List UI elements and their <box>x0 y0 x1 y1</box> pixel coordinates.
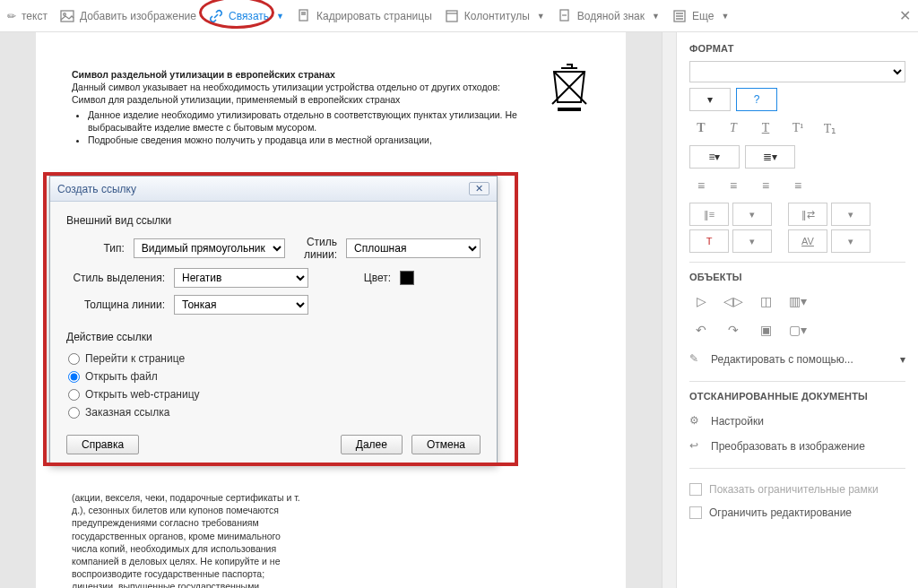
doc-bullet2: Подробные сведения можно получить у прод… <box>88 134 590 146</box>
bring-front-icon[interactable]: ▣ <box>754 318 777 342</box>
align-right-icon[interactable]: ≡ <box>754 174 777 197</box>
crop-object-icon[interactable]: ◫ <box>754 290 777 313</box>
link-button[interactable]: Связать▼ <box>209 9 284 23</box>
scanned-heading: ОТСКАНИРОВАННЫЕ ДОКУМЕНТЫ <box>689 391 905 402</box>
to-image-button[interactable]: ↩ Преобразовать в изображение <box>689 434 905 459</box>
italic-icon[interactable]: T <box>722 117 745 140</box>
type-label: Тип: <box>66 242 125 255</box>
subscript-icon[interactable]: T₁ <box>818 117 842 140</box>
help-box[interactable]: ? <box>736 88 777 111</box>
crop-label: Кадрировать страницы <box>316 10 432 22</box>
linestyle-label: Стиль линии: <box>294 236 337 261</box>
format-heading: ФОРМАТ <box>689 43 905 54</box>
edit-with-label: Редактировать с помощью... <box>711 353 853 366</box>
radio-open-web[interactable]: Открыть web-страницу <box>66 388 481 401</box>
bullet-list-button[interactable]: ≡▾ <box>689 145 740 169</box>
color-picker[interactable] <box>400 271 414 285</box>
svg-rect-6 <box>558 108 581 111</box>
add-image-button[interactable]: Добавить изображение <box>60 9 196 23</box>
doc-bullet1: Данное изделие необходимо утилизировать … <box>88 108 590 134</box>
to-image-label: Преобразовать в изображение <box>711 440 865 453</box>
revert-icon: ↩ <box>689 439 704 454</box>
checkbox-icon <box>689 506 702 519</box>
create-link-dialog: Создать ссылку ✕ Внешний вид ссылки Тип:… <box>49 176 498 466</box>
indent-value[interactable]: ▾ <box>831 203 870 226</box>
kerning-button[interactable]: AV <box>788 229 827 253</box>
dialog-titlebar[interactable]: Создать ссылку ✕ <box>50 177 497 202</box>
svg-rect-2 <box>299 10 307 21</box>
kerning-value[interactable]: ▾ <box>831 229 870 253</box>
watermark-button[interactable]: Водяной знак▼ <box>558 9 660 23</box>
recycle-bin-icon <box>549 63 590 113</box>
top-toolbar: ✏текст Добавить изображение Связать▼ Кад… <box>0 0 918 32</box>
rotate-right-icon[interactable]: ↷ <box>722 318 745 342</box>
superscript-icon[interactable]: T¹ <box>786 117 810 140</box>
doc-lower-text: (акции, векселя, чеки, подарочные сертиф… <box>72 491 305 588</box>
more-icon <box>672 9 687 23</box>
align-justify-icon[interactable]: ≡ <box>786 174 810 197</box>
align-left-icon[interactable]: ≡ <box>689 174 713 197</box>
more-button[interactable]: Еще▼ <box>672 9 729 23</box>
linestyle-select[interactable]: Сплошная <box>346 238 481 258</box>
crop-icon <box>297 9 311 23</box>
limit-edit-checkbox[interactable]: Ограничить редактирование <box>689 501 905 524</box>
doc-line2: Символ для раздельной утилизации, примен… <box>72 94 400 105</box>
thickness-select[interactable]: Тонкая <box>174 295 308 315</box>
indent-button[interactable]: ‖⇄ <box>788 203 827 226</box>
rotate-left-icon[interactable]: ↶ <box>689 318 713 342</box>
highlight-select[interactable]: Негатив <box>174 268 308 288</box>
add-image-label: Добавить изображение <box>80 10 196 22</box>
font-family-select[interactable] <box>689 61 905 82</box>
svg-rect-3 <box>446 11 457 22</box>
arrange-icon[interactable]: ▥▾ <box>786 290 810 313</box>
text-tool-label: текст <box>22 10 48 22</box>
align-center-icon[interactable]: ≡ <box>722 174 745 197</box>
line-spacing-button[interactable]: ‖≡ <box>689 203 729 226</box>
dialog-close-button[interactable]: ✕ <box>469 182 489 195</box>
radio-open-file[interactable]: Открыть файл <box>66 370 481 383</box>
color-label: Цвет: <box>317 272 391 284</box>
line-spacing-value[interactable]: ▾ <box>732 203 772 226</box>
next-button[interactable]: Далее <box>341 435 403 454</box>
thickness-label: Толщина линии: <box>66 298 165 311</box>
cursor-icon[interactable]: ▷ <box>689 290 713 313</box>
type-select[interactable]: Видимый прямоугольник <box>134 238 285 258</box>
appearance-section-title: Внешний вид ссылки <box>66 214 481 227</box>
radio-goto-label: Перейти к странице <box>85 352 185 365</box>
settings-label: Настройки <box>711 415 764 428</box>
gear-icon: ⚙ <box>689 414 704 428</box>
edit-with-button[interactable]: ✎ Редактировать с помощью... ▾ <box>689 347 905 372</box>
watermark-icon <box>558 9 572 23</box>
show-boxes-checkbox[interactable]: Показать ограничительные рамки <box>689 478 905 501</box>
close-panel-button[interactable]: ✕ <box>899 7 911 24</box>
crop-button[interactable]: Кадрировать страницы <box>297 9 432 23</box>
font-size-select[interactable]: ▾ <box>689 88 731 111</box>
radio-open-file-label: Открыть файл <box>85 370 158 383</box>
send-back-icon[interactable]: ▢▾ <box>786 318 810 342</box>
text-tool-button[interactable]: ✏текст <box>7 10 48 22</box>
headers-button[interactable]: Колонтитулы▼ <box>445 9 545 23</box>
help-button[interactable]: Справка <box>66 435 139 454</box>
action-section-title: Действие ссылки <box>66 331 481 343</box>
show-boxes-label: Показать ограничительные рамки <box>709 483 879 496</box>
bold-icon[interactable]: T <box>689 117 713 140</box>
doc-line1: Данный символ указывает на необходимость… <box>72 82 500 92</box>
format-panel: ФОРМАТ ▾ ? T T T T¹ T₁ ≡▾ ≣▾ ≡ ≡ ≡ ≡ ‖≡ … <box>676 32 918 588</box>
text-color-value[interactable]: ▾ <box>732 229 772 253</box>
link-label: Связать <box>229 10 269 22</box>
image-icon <box>60 9 74 23</box>
cancel-button[interactable]: Отмена <box>411 435 481 454</box>
settings-button[interactable]: ⚙ Настройки <box>689 409 905 434</box>
underline-icon[interactable]: T <box>754 117 777 140</box>
vertical-scrollbar[interactable] <box>662 32 676 588</box>
document-area: Символ раздельной утилизации в европейск… <box>0 32 662 588</box>
flip-horizontal-icon[interactable]: ◁▷ <box>722 290 745 313</box>
radio-goto[interactable]: Перейти к странице <box>66 352 481 365</box>
headers-label: Колонтитулы <box>464 10 530 22</box>
svg-point-1 <box>64 13 66 15</box>
checkbox-icon <box>689 483 702 496</box>
text-color-button[interactable]: T <box>689 229 729 253</box>
number-list-button[interactable]: ≣▾ <box>745 145 795 169</box>
radio-custom[interactable]: Заказная ссылка <box>66 406 481 419</box>
limit-edit-label: Ограничить редактирование <box>709 506 852 519</box>
